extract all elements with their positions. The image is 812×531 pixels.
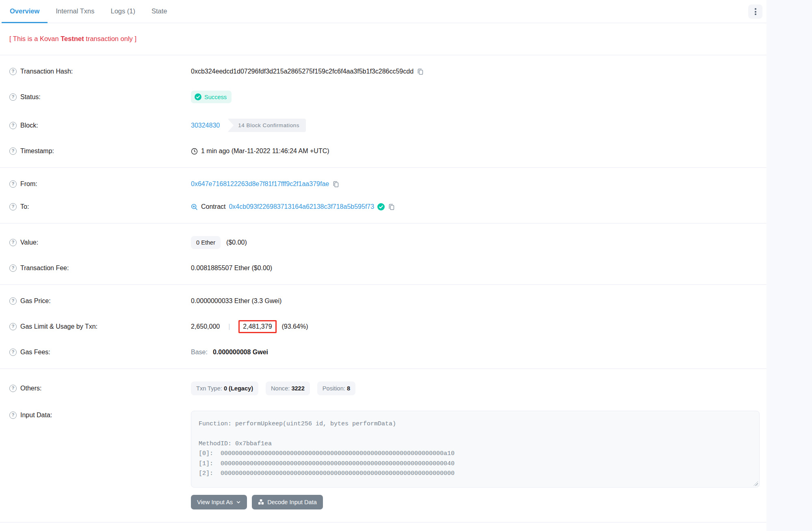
row-gas-fees: ? Gas Fees: Base: 0.000000008 Gwei bbox=[0, 341, 767, 364]
row-status: ? Status: Success bbox=[0, 83, 767, 111]
base-fee-value: 0.000000008 Gwei bbox=[213, 349, 268, 356]
gas-fees-label: Gas Fees: bbox=[20, 349, 50, 356]
to-address-link[interactable]: 0x4cb093f226983713164a62138c3f718a5b595f… bbox=[229, 203, 374, 210]
others-label: Others: bbox=[20, 385, 41, 392]
section-others-input: ? Others: Txn Type: 0 (Legacy) Nonce: 32… bbox=[0, 369, 767, 522]
transaction-hash-label: Transaction Hash: bbox=[20, 68, 73, 75]
value-label: Value: bbox=[20, 239, 38, 246]
to-label: To: bbox=[20, 203, 29, 210]
help-icon[interactable]: ? bbox=[9, 323, 17, 330]
block-confirmations-badge: 14 Block Confirmations bbox=[227, 119, 306, 132]
input-data-actions: View Input As Decode Input Data bbox=[191, 495, 760, 509]
help-icon[interactable]: ? bbox=[9, 412, 17, 419]
block-label: Block: bbox=[20, 122, 38, 129]
help-icon[interactable]: ? bbox=[9, 349, 17, 356]
help-icon[interactable]: ? bbox=[9, 68, 17, 75]
verified-check-icon bbox=[377, 203, 385, 210]
row-others: ? Others: Txn Type: 0 (Legacy) Nonce: 32… bbox=[0, 374, 767, 403]
copy-icon[interactable] bbox=[388, 203, 395, 210]
help-icon[interactable]: ? bbox=[9, 203, 17, 210]
gas-limit-usage-label: Gas Limit & Usage by Txn: bbox=[20, 323, 97, 330]
zoom-in-icon[interactable] bbox=[191, 204, 198, 210]
base-fee-label: Base: bbox=[191, 349, 208, 356]
gas-price-value: 0.0000000033 Ether (3.3 Gwei) bbox=[191, 297, 281, 305]
decode-input-data-button[interactable]: Decode Input Data bbox=[252, 495, 323, 509]
txn-type-badge: Txn Type: 0 (Legacy) bbox=[191, 381, 258, 395]
from-label: From: bbox=[20, 180, 37, 188]
gas-used-percent: (93.64%) bbox=[282, 323, 308, 330]
timestamp-value: 1 min ago (Mar-11-2022 11:46:24 AM +UTC) bbox=[201, 147, 329, 155]
usd-value: ($0.00) bbox=[226, 239, 247, 246]
gas-separator: | bbox=[228, 323, 230, 330]
timestamp-label: Timestamp: bbox=[20, 147, 54, 155]
help-icon[interactable]: ? bbox=[9, 122, 17, 129]
tab-internal-txns[interactable]: Internal Txns bbox=[48, 0, 102, 23]
section-overview-top: ? Transaction Hash: 0xcb324eedcd1d07296f… bbox=[0, 55, 767, 168]
transaction-hash-value: 0xcb324eedcd1d07296fdf3d215a2865275f159c… bbox=[191, 68, 414, 75]
nonce-badge: Nonce: 3222 bbox=[266, 381, 310, 395]
view-input-as-button[interactable]: View Input As bbox=[191, 495, 247, 509]
input-data-textarea[interactable]: Function: performUpkeep(uint256 id, byte… bbox=[191, 411, 760, 488]
help-icon[interactable]: ? bbox=[9, 93, 17, 101]
row-transaction-hash: ? Transaction Hash: 0xcb324eedcd1d07296f… bbox=[0, 60, 767, 83]
tab-bar: Overview Internal Txns Logs (1) State bbox=[0, 0, 767, 23]
gas-used-annotation-box: 2,481,379 bbox=[238, 320, 276, 333]
help-icon[interactable]: ? bbox=[9, 385, 17, 392]
section-addresses: ? From: 0x647e7168122263d8e7f81f17fff9c2… bbox=[0, 168, 767, 223]
gas-price-label: Gas Price: bbox=[20, 297, 51, 305]
chevron-down-icon bbox=[236, 500, 241, 505]
gas-limit-value: 2,650,000 bbox=[191, 323, 220, 330]
status-badge: Success bbox=[191, 91, 232, 103]
help-icon[interactable]: ? bbox=[9, 147, 17, 155]
row-input-data: ? Input Data: Function: performUpkeep(ui… bbox=[0, 403, 767, 517]
transaction-fee-value: 0.0081885507 Ether ($0.00) bbox=[191, 264, 272, 272]
help-icon[interactable]: ? bbox=[9, 180, 17, 188]
copy-icon[interactable] bbox=[417, 68, 424, 75]
row-timestamp: ? Timestamp: 1 min ago (Mar-11-2022 11:4… bbox=[0, 140, 767, 163]
status-label: Status: bbox=[20, 93, 41, 101]
kebab-icon bbox=[755, 8, 756, 10]
section-gas: ? Gas Price: 0.0000000033 Ether (3.3 Gwe… bbox=[0, 285, 767, 369]
transaction-fee-label: Transaction Fee: bbox=[20, 264, 69, 272]
clock-icon bbox=[191, 148, 198, 155]
gas-used-value: 2,481,379 bbox=[243, 323, 272, 330]
copy-icon[interactable] bbox=[332, 180, 340, 188]
section-value: ? Value: 0 Ether ($0.00) ? Transaction F… bbox=[0, 223, 767, 285]
testnet-warning: [ This is a Kovan Testnet transaction on… bbox=[0, 23, 767, 55]
tab-state[interactable]: State bbox=[143, 0, 175, 23]
row-to: ? To: Contract 0x4cb093f226983713164a621… bbox=[0, 195, 767, 218]
position-badge: Position: 8 bbox=[317, 381, 355, 395]
row-from: ? From: 0x647e7168122263d8e7f81f17fff9c2… bbox=[0, 173, 767, 195]
ether-value-badge: 0 Ether bbox=[191, 236, 221, 249]
cubes-icon bbox=[258, 499, 264, 505]
row-transaction-fee: ? Transaction Fee: 0.0081885507 Ether ($… bbox=[0, 257, 767, 280]
tab-overview[interactable]: Overview bbox=[2, 0, 48, 23]
transaction-details-card: Overview Internal Txns Logs (1) State [ … bbox=[0, 0, 767, 531]
check-circle-icon bbox=[195, 93, 201, 100]
row-gas-limit-usage: ? Gas Limit & Usage by Txn: 2,650,000 | … bbox=[0, 312, 767, 341]
from-address-link[interactable]: 0x647e7168122263d8e7f81f17fff9c2f1aa379f… bbox=[191, 180, 329, 188]
row-gas-price: ? Gas Price: 0.0000000033 Ether (3.3 Gwe… bbox=[0, 290, 767, 312]
more-options-button[interactable] bbox=[748, 4, 762, 19]
input-data-label: Input Data: bbox=[20, 412, 52, 419]
tab-logs[interactable]: Logs (1) bbox=[102, 0, 143, 23]
to-contract-prefix: Contract bbox=[201, 203, 225, 210]
block-number-link[interactable]: 30324830 bbox=[191, 122, 220, 129]
row-block: ? Block: 30324830 14 Block Confirmations bbox=[0, 111, 767, 140]
help-icon[interactable]: ? bbox=[9, 264, 17, 272]
help-icon[interactable]: ? bbox=[9, 239, 17, 246]
help-icon[interactable]: ? bbox=[9, 297, 17, 305]
testnet-warning-bold: Testnet bbox=[61, 35, 84, 42]
row-value: ? Value: 0 Ether ($0.00) bbox=[0, 228, 767, 257]
